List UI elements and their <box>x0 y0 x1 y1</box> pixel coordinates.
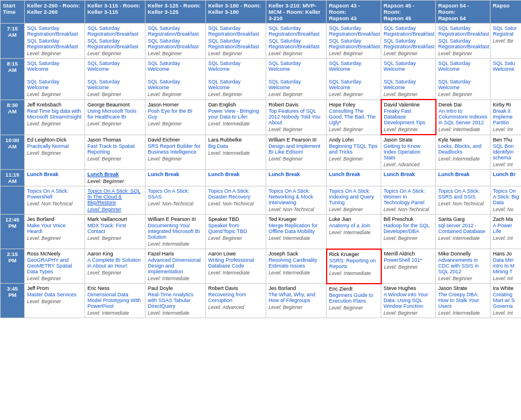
session-title-lunch[interactable]: Lunch Break <box>148 171 203 177</box>
cell-1000-keller115: Jason Thomas Fast Track to Spatial Repor… <box>85 135 145 170</box>
presenter-jeffkrebsbach: Jeff Krebsbach <box>27 102 82 108</box>
session-title-ssrs-reports[interactable]: SSRS: Reporting on Reports <box>330 258 378 269</box>
session-title-srs-report[interactable]: SRS Report Builder for Business Intellig… <box>148 143 203 155</box>
session-title-cardinality[interactable]: Resolving Cardinality Estimate Issues <box>269 257 324 269</box>
session-title-bi-edison[interactable]: Design and Implement BI Like Edison! <box>269 143 324 155</box>
session-title2: SQL Saturday Registration/Breakfast <box>27 38 82 49</box>
session-title-break[interactable]: Break it Impleme Partitio <box>493 108 519 125</box>
session-title-topics-indexing[interactable]: Topics On A Stick: Indexing and Query Tu… <box>329 188 378 205</box>
session-title-geography[interactable]: GeoGRAPHY and GeoMETRY Spatial Data Type… <box>27 257 82 274</box>
time-1245pm: 12:45PM <box>1 215 25 249</box>
session-title-topics-powershell[interactable]: Topics On A Stick: Powershell <box>27 188 82 200</box>
session-title: SQL Saturday Welcome <box>87 60 143 72</box>
cell-215-keller260: Ross McNeely GeoGRAPHY and GeoMETRY Spat… <box>25 249 85 284</box>
cell-815-rapson45: SQL Saturday Welcome SQL Saturday Welcom… <box>381 59 436 100</box>
session-level: Level: Intermediate <box>87 310 143 316</box>
session-level: Level: Beginner <box>27 121 82 127</box>
session-title-adv-dimensional[interactable]: Advanced Dimensional Design and Implemen… <box>148 257 203 274</box>
session-title-topics-women[interactable]: Topics On A Stick: Women In Technology P… <box>384 188 433 205</box>
session-title: SQL Satu Welcome <box>493 60 519 72</box>
session-title-topics-dr[interactable]: Topics On A Stick: Disaster Recovery <box>208 188 263 200</box>
session-title-hadoop[interactable]: Hadoop for the SQL Developer/DBA <box>384 223 433 234</box>
session-title-anatomy-join[interactable]: Anatomy of a Join <box>329 223 378 228</box>
session-title-topics-ssrs-ssis[interactable]: Topics On A Stick: SSRS and SSIS <box>438 188 488 200</box>
session-title-bigdata[interactable]: Big Data <box>208 143 263 149</box>
presenter-fazelharis: Fazel Haris <box>148 251 203 257</box>
cell-215-rapson45: Merrill Aldrich PowerShell 101* Level: B… <box>381 249 436 284</box>
level-link[interactable]: Level: Beginner <box>87 207 121 212</box>
session-title: SQL Saturday Registration/Breakfast <box>148 25 203 37</box>
session-title-index-stats[interactable]: Getting to Know Index Operation Stats <box>384 143 433 161</box>
cell-1115-lunch-rapson43: Lunch Break <box>327 170 381 186</box>
session-title-lunch[interactable]: Lunch Break <box>384 171 433 177</box>
session-title-contained-db[interactable]: sql server 2012 - Contained Database <box>438 223 488 234</box>
session-title-lunch[interactable]: Lunch Br <box>493 171 519 177</box>
session-title-topics-ssas[interactable]: Topics On A Stick: SSAS <box>148 188 203 200</box>
session-title-documenting[interactable]: Documenting Your Integrated Microsoft BI… <box>148 223 203 240</box>
session-title-lunch[interactable]: Lunch Break <box>269 171 324 177</box>
session-title-practically[interactable]: Practically Normal <box>27 143 82 149</box>
cell-715-rapson54: SQL Saturday Registration/Breakfast SQL … <box>436 24 491 59</box>
session-level: Level: Beginner <box>148 51 203 56</box>
session-title-creepy-dba[interactable]: The Creepy DBA: How to Stalk Your Users <box>438 292 488 309</box>
session-title-sql2012[interactable]: Top Features of SQL 2012 Nobody Told You… <box>269 108 324 125</box>
session-title-mds[interactable]: Master Data Services <box>27 292 82 297</box>
session-title-recovering[interactable]: Recovering from Corruption <box>208 292 263 303</box>
session-title-power-view[interactable]: Power View - Bringing your Data to Life! <box>208 108 263 120</box>
cell-1245-keller115: Mark Vaillancourt MDX Track: First Conta… <box>85 215 145 249</box>
session-level: Level: Int <box>493 127 519 132</box>
session-title-lunch[interactable]: Lunch Break <box>329 171 378 177</box>
session-title-merge-replication[interactable]: Merge Replication for Offline Data Mobil… <box>269 223 324 234</box>
presenter-rossmcneely: Ross McNeely <box>27 251 82 257</box>
session-title-topics-bigdata[interactable]: Topics On A Stick: Big Data <box>493 188 519 205</box>
session-title-datamin[interactable]: Data Min intro to M Mining T <box>493 257 519 274</box>
session-title-freaky-fast[interactable]: Freaky Fast Database Development Tips <box>384 108 433 125</box>
session-title-locks[interactable]: Locks, Blocks, and Deadlocks <box>438 143 488 155</box>
cell-1000-keller210: William E Pearson III Design and Impleme… <box>266 135 327 170</box>
presenter-jesborland2: Jes Borland <box>269 285 324 291</box>
session-title-db-code[interactable]: Writing Professional Database Code <box>208 257 263 269</box>
cell-345-keller210: Jes Borland The What, Why, and How of Fi… <box>266 284 327 318</box>
session-title-mdx[interactable]: MDX Track: First Contact <box>87 223 143 234</box>
session-title-lunch[interactable]: Lunch Break <box>438 171 488 177</box>
session-title-complete-bi[interactable]: A Complete BI Solution in About an Hour! <box>87 257 143 269</box>
session-level: Level: Beginner <box>27 150 82 156</box>
session-title-execution-plans[interactable]: Beginners Guide to Execution Plans <box>329 292 378 304</box>
session-title-lunch[interactable]: Lunch Break <box>208 171 263 177</box>
session-title-sqlbon[interactable]: SQL Bon Identifyin schema <box>493 143 519 161</box>
session-level: Level: Beginner <box>87 51 143 56</box>
session-title-creating[interactable]: Creating Mart w/ S Governa <box>493 292 519 309</box>
session-title-columnstore[interactable]: An Intro to Columnstore Indexes in SQL S… <box>439 108 488 125</box>
session-title-lunch-link[interactable]: Lunch Break <box>87 171 143 177</box>
session-title-posh-eye[interactable]: Posh Eye for the BI Guy <box>148 108 203 120</box>
session-title-topics-cloud[interactable]: Topics On A Stick: SQL In The Cloud & Bk… <box>87 188 143 205</box>
header-rapson-more: Rapso <box>491 1 522 24</box>
session-title-real-time[interactable]: Real Time big data with Microsoft Stream… <box>27 108 82 120</box>
session-title-apower[interactable]: A Power Life <box>493 223 519 234</box>
session-title-consulting[interactable]: Consulting The Good, The Bad, The Ugly* <box>329 108 378 125</box>
session-title-fast-track[interactable]: Fast Track to Spatial Reporting <box>87 143 143 155</box>
session-title-powershell101[interactable]: PowerShell 101* <box>384 257 434 263</box>
session-title-ssas-tabular[interactable]: Real-Time Analytics with SSAS Tabular Di… <box>148 292 203 309</box>
session-title-speaker-tbd[interactable]: Speaker from Quest/Topic TBD <box>208 223 263 234</box>
session-title2: SQL Saturday Welcome <box>87 79 143 90</box>
session-title-lunch[interactable]: Lunch Break <box>27 171 82 177</box>
row-345pm: 3:45PM Jeff Prom Master Data Services Le… <box>1 284 522 318</box>
session-level: Level: Non-Technical <box>27 201 82 207</box>
session-title: SQL Saturday Welcome <box>384 60 433 72</box>
session-title-filegroups[interactable]: The What, Why, and How of Filegroups <box>269 292 324 303</box>
session-level: Level: Beginner <box>384 91 433 97</box>
session-title-tsql-tips[interactable]: Beginning TSQL Tips and Tricks <box>329 143 378 155</box>
presenter-davidvalentine: David Valentine <box>384 102 433 108</box>
session-title-topics-networking[interactable]: Topics On A Stick: Networking & Mock Int… <box>269 188 324 205</box>
session-title-dimensional-model[interactable]: Dimensional Data Model Prototyping With … <box>87 292 143 309</box>
session-level: Level: Non-Technical <box>208 201 263 207</box>
row-215pm: 2:15PM Ross McNeely GeoGRAPHY and GeoMET… <box>1 249 522 284</box>
session-level: Level: Beginner <box>87 91 143 97</box>
session-title-window-function[interactable]: A Window into Your Data: Using SQL Windo… <box>384 292 433 309</box>
session-level: Level: Beginner <box>329 305 378 311</box>
session-title-ms-healthcare[interactable]: Using Microsoft Tools for Healthcare BI <box>87 108 143 120</box>
session-title-voice[interactable]: Make Your Voice Heard! <box>27 223 82 234</box>
session-title-cdc-ssis[interactable]: Advancements in CDC with SSIS in SQL 201… <box>438 257 488 274</box>
session-level: Level: Beginner <box>27 235 82 241</box>
